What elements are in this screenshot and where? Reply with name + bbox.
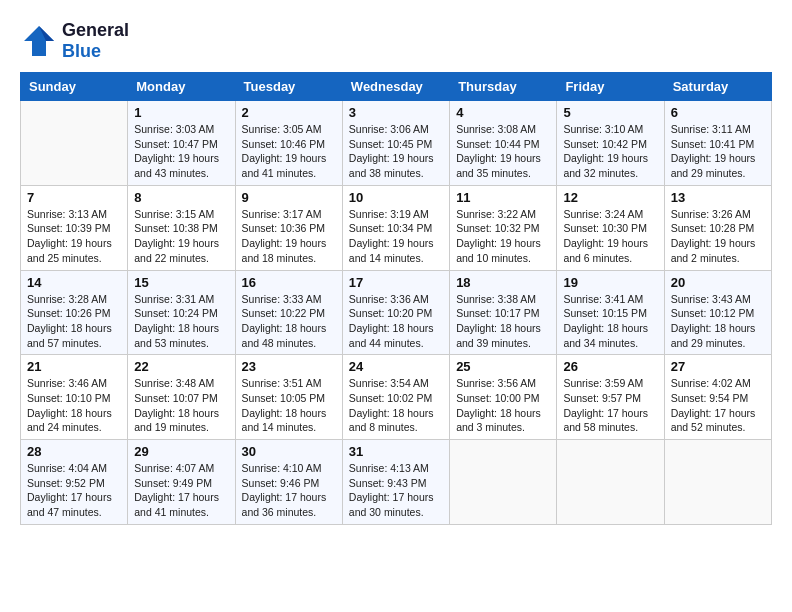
calendar-cell (664, 440, 771, 525)
day-number: 26 (563, 359, 657, 374)
day-number: 12 (563, 190, 657, 205)
day-info: Sunrise: 3:13 AMSunset: 10:39 PMDaylight… (27, 207, 121, 266)
day-info: Sunrise: 3:15 AMSunset: 10:38 PMDaylight… (134, 207, 228, 266)
calendar-cell: 9Sunrise: 3:17 AMSunset: 10:36 PMDayligh… (235, 185, 342, 270)
day-info: Sunrise: 3:56 AMSunset: 10:00 PMDaylight… (456, 376, 550, 435)
weekday-header-tuesday: Tuesday (235, 73, 342, 101)
day-number: 1 (134, 105, 228, 120)
logo-general: General (62, 20, 129, 41)
calendar-cell: 25Sunrise: 3:56 AMSunset: 10:00 PMDaylig… (450, 355, 557, 440)
day-info: Sunrise: 3:26 AMSunset: 10:28 PMDaylight… (671, 207, 765, 266)
calendar-cell: 3Sunrise: 3:06 AMSunset: 10:45 PMDayligh… (342, 101, 449, 186)
calendar-cell: 28Sunrise: 4:04 AMSunset: 9:52 PMDayligh… (21, 440, 128, 525)
calendar-cell: 7Sunrise: 3:13 AMSunset: 10:39 PMDayligh… (21, 185, 128, 270)
day-number: 4 (456, 105, 550, 120)
day-number: 24 (349, 359, 443, 374)
calendar-cell: 22Sunrise: 3:48 AMSunset: 10:07 PMDaylig… (128, 355, 235, 440)
day-number: 10 (349, 190, 443, 205)
weekday-header-friday: Friday (557, 73, 664, 101)
calendar-cell: 6Sunrise: 3:11 AMSunset: 10:41 PMDayligh… (664, 101, 771, 186)
weekday-header-sunday: Sunday (21, 73, 128, 101)
day-info: Sunrise: 3:10 AMSunset: 10:42 PMDaylight… (563, 122, 657, 181)
day-number: 11 (456, 190, 550, 205)
day-info: Sunrise: 4:04 AMSunset: 9:52 PMDaylight:… (27, 461, 121, 520)
day-info: Sunrise: 3:51 AMSunset: 10:05 PMDaylight… (242, 376, 336, 435)
day-number: 9 (242, 190, 336, 205)
calendar-cell: 10Sunrise: 3:19 AMSunset: 10:34 PMDaylig… (342, 185, 449, 270)
day-info: Sunrise: 3:36 AMSunset: 10:20 PMDaylight… (349, 292, 443, 351)
day-info: Sunrise: 3:33 AMSunset: 10:22 PMDaylight… (242, 292, 336, 351)
weekday-header-row: SundayMondayTuesdayWednesdayThursdayFrid… (21, 73, 772, 101)
calendar-week-row: 14Sunrise: 3:28 AMSunset: 10:26 PMDaylig… (21, 270, 772, 355)
day-number: 3 (349, 105, 443, 120)
day-number: 27 (671, 359, 765, 374)
calendar-week-row: 21Sunrise: 3:46 AMSunset: 10:10 PMDaylig… (21, 355, 772, 440)
day-info: Sunrise: 4:13 AMSunset: 9:43 PMDaylight:… (349, 461, 443, 520)
day-info: Sunrise: 4:10 AMSunset: 9:46 PMDaylight:… (242, 461, 336, 520)
day-info: Sunrise: 3:06 AMSunset: 10:45 PMDaylight… (349, 122, 443, 181)
logo: General Blue (20, 20, 129, 62)
calendar-cell: 4Sunrise: 3:08 AMSunset: 10:44 PMDayligh… (450, 101, 557, 186)
weekday-header-wednesday: Wednesday (342, 73, 449, 101)
day-number: 6 (671, 105, 765, 120)
day-info: Sunrise: 3:48 AMSunset: 10:07 PMDaylight… (134, 376, 228, 435)
day-info: Sunrise: 3:05 AMSunset: 10:46 PMDaylight… (242, 122, 336, 181)
calendar-cell: 15Sunrise: 3:31 AMSunset: 10:24 PMDaylig… (128, 270, 235, 355)
day-number: 28 (27, 444, 121, 459)
day-info: Sunrise: 3:43 AMSunset: 10:12 PMDaylight… (671, 292, 765, 351)
calendar-cell: 21Sunrise: 3:46 AMSunset: 10:10 PMDaylig… (21, 355, 128, 440)
day-number: 8 (134, 190, 228, 205)
calendar-cell: 18Sunrise: 3:38 AMSunset: 10:17 PMDaylig… (450, 270, 557, 355)
calendar-cell: 16Sunrise: 3:33 AMSunset: 10:22 PMDaylig… (235, 270, 342, 355)
logo-text-block: General Blue (62, 20, 129, 62)
calendar-cell: 19Sunrise: 3:41 AMSunset: 10:15 PMDaylig… (557, 270, 664, 355)
day-number: 5 (563, 105, 657, 120)
calendar-cell (450, 440, 557, 525)
day-info: Sunrise: 4:07 AMSunset: 9:49 PMDaylight:… (134, 461, 228, 520)
weekday-header-saturday: Saturday (664, 73, 771, 101)
calendar-cell: 29Sunrise: 4:07 AMSunset: 9:49 PMDayligh… (128, 440, 235, 525)
day-number: 22 (134, 359, 228, 374)
calendar-cell: 17Sunrise: 3:36 AMSunset: 10:20 PMDaylig… (342, 270, 449, 355)
day-info: Sunrise: 4:02 AMSunset: 9:54 PMDaylight:… (671, 376, 765, 435)
calendar-cell: 14Sunrise: 3:28 AMSunset: 10:26 PMDaylig… (21, 270, 128, 355)
day-info: Sunrise: 3:38 AMSunset: 10:17 PMDaylight… (456, 292, 550, 351)
day-info: Sunrise: 3:17 AMSunset: 10:36 PMDaylight… (242, 207, 336, 266)
day-number: 7 (27, 190, 121, 205)
calendar-cell: 20Sunrise: 3:43 AMSunset: 10:12 PMDaylig… (664, 270, 771, 355)
day-number: 23 (242, 359, 336, 374)
day-number: 20 (671, 275, 765, 290)
calendar-cell (557, 440, 664, 525)
day-info: Sunrise: 3:54 AMSunset: 10:02 PMDaylight… (349, 376, 443, 435)
weekday-header-monday: Monday (128, 73, 235, 101)
calendar-cell: 13Sunrise: 3:26 AMSunset: 10:28 PMDaylig… (664, 185, 771, 270)
calendar-cell (21, 101, 128, 186)
calendar-cell: 5Sunrise: 3:10 AMSunset: 10:42 PMDayligh… (557, 101, 664, 186)
calendar-cell: 23Sunrise: 3:51 AMSunset: 10:05 PMDaylig… (235, 355, 342, 440)
day-info: Sunrise: 3:03 AMSunset: 10:47 PMDaylight… (134, 122, 228, 181)
day-number: 21 (27, 359, 121, 374)
calendar-cell: 26Sunrise: 3:59 AMSunset: 9:57 PMDayligh… (557, 355, 664, 440)
calendar-cell: 11Sunrise: 3:22 AMSunset: 10:32 PMDaylig… (450, 185, 557, 270)
calendar-cell: 31Sunrise: 4:13 AMSunset: 9:43 PMDayligh… (342, 440, 449, 525)
calendar-cell: 8Sunrise: 3:15 AMSunset: 10:38 PMDayligh… (128, 185, 235, 270)
day-info: Sunrise: 3:41 AMSunset: 10:15 PMDaylight… (563, 292, 657, 351)
day-number: 31 (349, 444, 443, 459)
day-info: Sunrise: 3:59 AMSunset: 9:57 PMDaylight:… (563, 376, 657, 435)
calendar-cell: 27Sunrise: 4:02 AMSunset: 9:54 PMDayligh… (664, 355, 771, 440)
day-info: Sunrise: 3:46 AMSunset: 10:10 PMDaylight… (27, 376, 121, 435)
day-number: 19 (563, 275, 657, 290)
calendar-week-row: 28Sunrise: 4:04 AMSunset: 9:52 PMDayligh… (21, 440, 772, 525)
calendar-cell: 30Sunrise: 4:10 AMSunset: 9:46 PMDayligh… (235, 440, 342, 525)
day-info: Sunrise: 3:24 AMSunset: 10:30 PMDaylight… (563, 207, 657, 266)
calendar-cell: 2Sunrise: 3:05 AMSunset: 10:46 PMDayligh… (235, 101, 342, 186)
day-info: Sunrise: 3:31 AMSunset: 10:24 PMDaylight… (134, 292, 228, 351)
day-info: Sunrise: 3:28 AMSunset: 10:26 PMDaylight… (27, 292, 121, 351)
calendar-week-row: 1Sunrise: 3:03 AMSunset: 10:47 PMDayligh… (21, 101, 772, 186)
day-number: 18 (456, 275, 550, 290)
day-number: 17 (349, 275, 443, 290)
day-info: Sunrise: 3:19 AMSunset: 10:34 PMDaylight… (349, 207, 443, 266)
day-number: 14 (27, 275, 121, 290)
calendar-cell: 12Sunrise: 3:24 AMSunset: 10:30 PMDaylig… (557, 185, 664, 270)
calendar-table: SundayMondayTuesdayWednesdayThursdayFrid… (20, 72, 772, 525)
